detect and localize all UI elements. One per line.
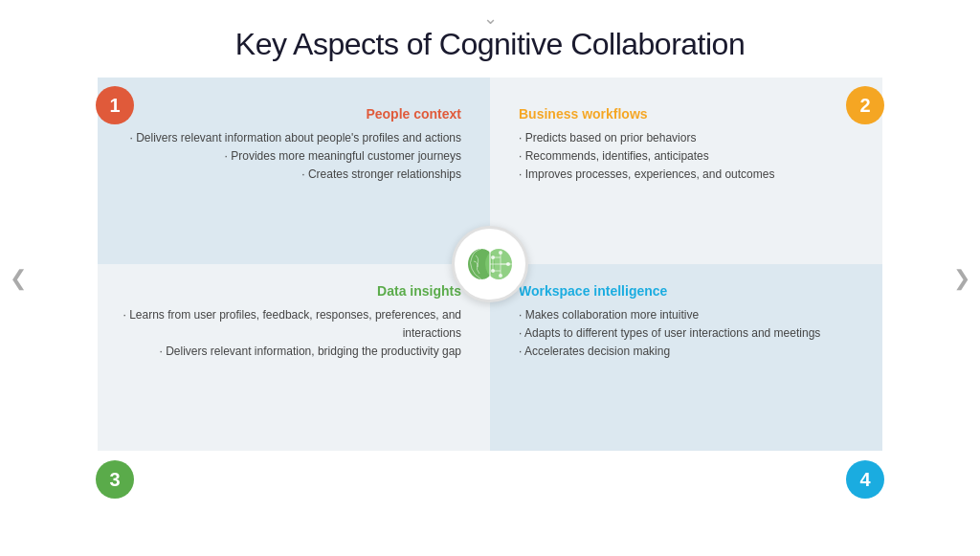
q1-title: People context (121, 106, 461, 122)
q2-bullets: Predicts based on prior behaviors Recomm… (519, 129, 859, 185)
q3-title: Data insights (121, 283, 461, 299)
svg-point-11 (499, 274, 502, 278)
nav-right-arrow[interactable]: ❯ (953, 266, 970, 291)
nav-left-arrow[interactable]: ❮ (10, 266, 27, 291)
q4-bullet-2: Adapts to different types of user intera… (519, 324, 859, 343)
q1-bullet-1: Delivers relevant information about peop… (121, 129, 461, 147)
q3-bullets: Learns from user profiles, feedback, res… (121, 306, 461, 362)
badge-3: 3 (96, 460, 134, 499)
quadrant-container: People context Delivers relevant informa… (98, 78, 882, 451)
svg-point-8 (491, 256, 495, 259)
svg-point-12 (506, 262, 510, 266)
quadrant-business-workflows: Business workflows Predicts based on pri… (490, 78, 882, 264)
svg-point-9 (491, 269, 495, 273)
badge-1: 1 (96, 86, 134, 124)
q3-bullet-1: Learns from user profiles, feedback, res… (121, 306, 461, 343)
q1-bullet-3: Creates stronger relationships (121, 166, 461, 184)
q3-bullet-2: Delivers relevant information, bridging … (121, 343, 461, 361)
q4-bullet-1: Makes collaboration more intuitive (519, 306, 859, 324)
badge-2: 2 (846, 86, 884, 124)
q1-bullets: Delivers relevant information about peop… (121, 129, 461, 185)
q4-bullet-3: Accelerates decision making (519, 343, 859, 361)
q4-title: Workspace intelligence (519, 283, 859, 299)
q2-title: Business workflows (519, 106, 859, 122)
quadrant-workspace-intelligence: Workspace intelligence Makes collaborati… (490, 264, 882, 451)
badge-4: 4 (846, 460, 884, 499)
q1-bullet-2: Provides more meaningful customer journe… (121, 147, 461, 166)
quadrant-data-insights: Data insights Learns from user profiles,… (98, 264, 490, 451)
svg-point-10 (499, 251, 502, 255)
chevron-down-icon: ⌄ (483, 8, 498, 29)
quadrant-people-context: People context Delivers relevant informa… (98, 78, 490, 264)
q2-bullet-2: Recommends, identifies, anticipates (519, 147, 859, 166)
q4-bullets: Makes collaboration more intuitive Adapt… (519, 306, 859, 362)
q2-bullet-1: Predicts based on prior behaviors (519, 129, 859, 147)
q2-bullet-3: Improves processes, experiences, and out… (519, 166, 859, 184)
brain-icon (452, 226, 528, 302)
